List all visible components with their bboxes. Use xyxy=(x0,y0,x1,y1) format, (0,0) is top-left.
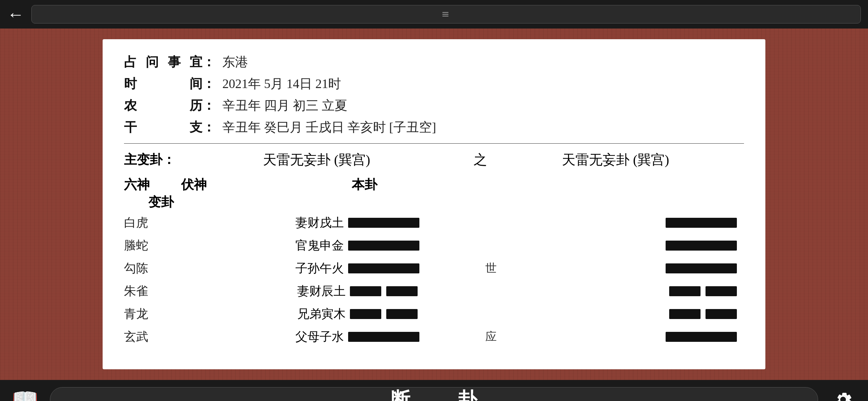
liushen-1: 螣蛇 xyxy=(124,237,181,254)
yao-4: 兄弟寅木 xyxy=(238,306,477,322)
yao-line-1 xyxy=(348,241,419,251)
bianyao-4 xyxy=(505,309,744,319)
section-divider xyxy=(124,143,744,144)
yao-name-3: 妻财辰土 xyxy=(297,283,346,299)
bianyao-line-3 xyxy=(669,286,737,296)
time-label: 时 间 xyxy=(124,75,202,93)
yao-line-2 xyxy=(348,263,419,273)
nongli-label: 农 历 xyxy=(124,97,202,114)
yao-line-3 xyxy=(350,286,418,296)
yao-name-0: 妻财戌土 xyxy=(295,215,344,231)
hex-header: 主变卦： 天雷无妄卦 (巽宫) 之 天雷无妄卦 (巽宫) xyxy=(124,151,744,169)
settings-button[interactable] xyxy=(829,385,857,401)
info-row-subject: 占问事宜 ： 东港 xyxy=(124,53,744,71)
col-fushen: 伏神 xyxy=(181,176,238,194)
bianyao-1 xyxy=(505,241,744,251)
bianyao-0 xyxy=(505,218,744,228)
info-row-nongli: 农 历 ： 辛丑年 四月 初三 立夏 xyxy=(124,97,744,114)
bianyao-2 xyxy=(505,263,744,273)
liushen-0: 白虎 xyxy=(124,215,181,231)
col-biangua: 变卦 xyxy=(124,194,181,211)
bianyao-line-0 xyxy=(666,218,737,228)
ganzhi-colon: ： xyxy=(202,119,215,136)
yao-5: 父母子水 xyxy=(238,329,477,345)
yao-line-0 xyxy=(348,218,419,228)
duangua-button[interactable]: 断 卦 xyxy=(50,387,818,401)
info-row-time: 时 间 ： 2021年 5月 14日 21时 xyxy=(124,75,744,93)
hex-main-title: 天雷无妄卦 (巽宫) xyxy=(202,151,459,169)
subject-colon: ： xyxy=(202,53,215,71)
mark-5: 应 xyxy=(477,329,505,345)
hex-row-1: 螣蛇 官鬼申金 xyxy=(124,237,744,254)
book-icon: 📖 xyxy=(12,387,38,401)
mark-2: 世 xyxy=(477,261,505,276)
nongli-colon: ： xyxy=(202,97,215,114)
yao-name-4: 兄弟寅木 xyxy=(297,306,346,322)
time-value: 2021年 5月 14日 21时 xyxy=(222,75,341,93)
top-bar: ← ≡ xyxy=(0,0,868,29)
bianyao-5 xyxy=(505,332,744,342)
bianyao-3 xyxy=(505,286,744,296)
info-section: 占问事宜 ： 东港 时 间 ： 2021年 5月 14日 21时 农 历 ： 辛… xyxy=(124,53,744,136)
liushen-3: 朱雀 xyxy=(124,283,181,299)
main-content: 占问事宜 ： 东港 时 间 ： 2021年 5月 14日 21时 农 历 ： 辛… xyxy=(0,29,868,380)
yao-3: 妻财辰土 xyxy=(238,283,477,299)
book-button[interactable]: 📖 xyxy=(11,385,39,401)
yao-name-5: 父母子水 xyxy=(295,329,344,345)
back-button[interactable]: ← xyxy=(7,6,24,23)
liushen-4: 青龙 xyxy=(124,306,181,322)
hex-row-4: 青龙 兄弟寅木 xyxy=(124,306,744,322)
ganzhi-label: 干 支 xyxy=(124,119,202,136)
hex-zhi: 之 xyxy=(459,151,501,169)
bianyao-line-2 xyxy=(666,263,737,273)
hexagram-card: 占问事宜 ： 东港 时 间 ： 2021年 5月 14日 21时 农 历 ： 辛… xyxy=(103,39,765,369)
yao-1: 官鬼申金 xyxy=(238,237,477,254)
yao-name-2: 子孙午火 xyxy=(295,260,344,277)
duangua-label: 断 卦 xyxy=(370,387,498,401)
bianyao-line-1 xyxy=(666,241,737,251)
yao-name-1: 官鬼申金 xyxy=(295,237,344,254)
hex-row-5: 玄武 父母子水 应 xyxy=(124,329,744,345)
col-liushen: 六神 xyxy=(124,176,181,194)
liushen-2: 勾陈 xyxy=(124,260,181,277)
yao-line-4 xyxy=(350,309,418,319)
liushen-5: 玄武 xyxy=(124,329,181,345)
subject-value: 东港 xyxy=(222,53,248,71)
bianyao-line-5 xyxy=(666,332,737,342)
yao-line-5 xyxy=(348,332,419,342)
time-colon: ： xyxy=(202,75,215,93)
ganzhi-value: 辛丑年 癸巳月 壬戌日 辛亥时 [子丑空] xyxy=(222,119,436,136)
yao-2: 子孙午火 xyxy=(238,260,477,277)
col-bengua: 本卦 xyxy=(238,176,491,194)
gear-icon xyxy=(832,388,854,401)
hex-row-2: 勾陈 子孙午火 世 xyxy=(124,260,744,277)
hex-row-0: 白虎 妻财戌土 xyxy=(124,215,744,231)
hex-row-3: 朱雀 妻财辰土 xyxy=(124,283,744,299)
subject-label: 占问事宜 xyxy=(124,53,202,71)
info-row-ganzhi: 干 支 ： 辛丑年 癸巳月 壬戌日 辛亥时 [子丑空] xyxy=(124,119,744,136)
hex-main-label: 主变卦： xyxy=(124,151,202,169)
hex-col-headers: 六神 伏神 本卦 变卦 xyxy=(124,176,744,211)
hex-var-title: 天雷无妄卦 (巽宫) xyxy=(501,151,744,169)
hamburger-icon: ≡ xyxy=(442,7,450,22)
yao-0: 妻财戌土 xyxy=(238,215,477,231)
bottom-bar: 📖 断 卦 xyxy=(0,380,868,401)
bianyao-line-4 xyxy=(669,309,737,319)
nongli-value: 辛丑年 四月 初三 立夏 xyxy=(222,97,347,114)
top-bar-search[interactable]: ≡ xyxy=(31,5,861,24)
